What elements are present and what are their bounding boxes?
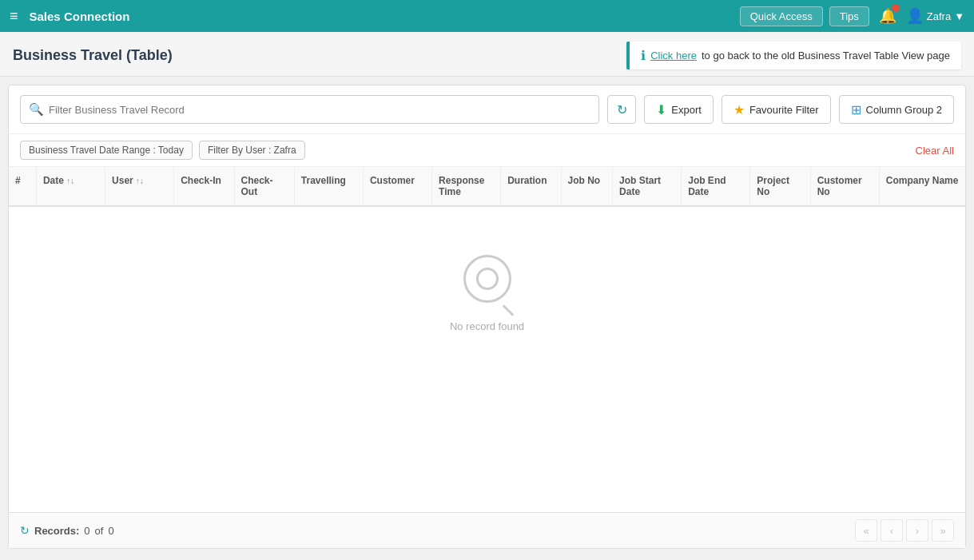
empty-text: No record found <box>450 320 524 332</box>
col-header-response-time[interactable]: Response Time <box>432 167 501 206</box>
colgroup-label: Column Group 2 <box>866 104 942 116</box>
user-avatar-icon: 👤 <box>906 7 924 25</box>
records-info: ↻ Records: 0 of 0 <box>20 524 114 537</box>
records-of: of <box>95 525 104 537</box>
quick-access-button[interactable]: Quick Access <box>740 6 823 26</box>
active-filters-row: Business Travel Date Range : Today Filte… <box>9 134 965 167</box>
clear-all-button[interactable]: Clear All <box>916 145 954 157</box>
date-range-filter-tag[interactable]: Business Travel Date Range : Today <box>20 141 193 160</box>
topnav: ≡ Sales Connection Quick Access Tips 🔔 👤… <box>0 0 974 32</box>
export-button[interactable]: ⬇ Export <box>644 95 714 124</box>
info-banner-text: to go back to the old Business Travel Ta… <box>702 50 950 62</box>
col-header-user[interactable]: User ↑↓ <box>105 167 174 206</box>
pagination: « ‹ › » <box>855 519 954 542</box>
user-dropdown-icon: ▼ <box>954 10 964 22</box>
info-banner: ℹ Click here to go back to the old Busin… <box>626 42 961 70</box>
user-name: Zafra <box>927 10 951 22</box>
search-wrapper: 🔍 <box>20 95 599 124</box>
col-header-hash[interactable]: # <box>9 167 36 206</box>
table-wrapper: # Date ↑↓ User ↑↓ Check-In Check-Out <box>9 167 965 512</box>
date-sort-icon: ↑↓ <box>66 177 74 185</box>
empty-state: No record found <box>9 207 965 380</box>
next-page-button[interactable]: › <box>906 519 928 542</box>
notification-badge <box>892 4 900 12</box>
info-link[interactable]: Click here <box>650 50 697 62</box>
last-page-button[interactable]: » <box>932 519 954 542</box>
notification-icon[interactable]: 🔔 <box>879 7 896 25</box>
first-page-button[interactable]: « <box>855 519 877 542</box>
records-count: 0 <box>84 525 89 537</box>
filter-row: 🔍 ↻ ⬇ Export ★ Favourite Filter ⊞ Column… <box>9 85 965 134</box>
menu-icon[interactable]: ≡ <box>10 8 18 25</box>
col-header-checkin[interactable]: Check-In <box>174 167 234 206</box>
favourite-filter-button[interactable]: ★ Favourite Filter <box>722 95 831 124</box>
col-header-project-no[interactable]: Project No <box>750 167 810 206</box>
favourite-label: Favourite Filter <box>749 104 819 116</box>
prev-page-button[interactable]: ‹ <box>881 519 903 542</box>
refresh-button[interactable]: ↻ <box>607 95 636 124</box>
main-content: 🔍 ↻ ⬇ Export ★ Favourite Filter ⊞ Column… <box>8 85 966 549</box>
user-filter-tag[interactable]: Filter By User : Zafra <box>199 141 305 160</box>
col-header-checkout[interactable]: Check-Out <box>234 167 294 206</box>
export-icon: ⬇ <box>656 102 666 117</box>
empty-search-inner <box>476 268 499 290</box>
column-group-button[interactable]: ⊞ Column Group 2 <box>839 95 954 124</box>
records-refresh-icon[interactable]: ↻ <box>20 524 30 537</box>
user-menu[interactable]: 👤 Zafra ▼ <box>906 7 964 25</box>
search-input[interactable] <box>49 104 590 116</box>
user-sort-icon: ↑↓ <box>136 177 144 185</box>
col-header-job-no[interactable]: Job No <box>561 167 613 206</box>
col-header-duration[interactable]: Duration <box>501 167 561 206</box>
data-table: # Date ↑↓ User ↑↓ Check-In Check-Out <box>9 167 965 207</box>
col-header-company-name[interactable]: Company Name <box>879 167 965 206</box>
tips-button[interactable]: Tips <box>829 6 869 26</box>
col-header-customer-no[interactable]: Customer No <box>810 167 879 206</box>
records-label: Records: <box>34 525 79 537</box>
column-group-icon: ⊞ <box>851 102 861 117</box>
empty-search-icon <box>463 255 511 303</box>
col-header-job-end-date[interactable]: Job End Date <box>682 167 750 206</box>
export-label: Export <box>671 104 702 116</box>
col-header-customer[interactable]: Customer <box>363 167 431 206</box>
col-header-job-start-date[interactable]: Job Start Date <box>613 167 682 206</box>
table-header-row: # Date ↑↓ User ↑↓ Check-In Check-Out <box>9 167 965 206</box>
table-footer: ↻ Records: 0 of 0 « ‹ › » <box>9 512 965 548</box>
page-title: Business Travel (Table) <box>13 47 173 64</box>
col-header-date[interactable]: Date ↑↓ <box>36 167 105 206</box>
records-total: 0 <box>108 525 113 537</box>
search-icon: 🔍 <box>29 102 44 117</box>
app-title: Sales Connection <box>30 10 733 23</box>
star-icon: ★ <box>733 102 745 117</box>
col-header-travelling[interactable]: Travelling <box>294 167 363 206</box>
page-header: Business Travel (Table) ℹ Click here to … <box>0 32 974 77</box>
info-icon: ℹ <box>641 48 646 63</box>
